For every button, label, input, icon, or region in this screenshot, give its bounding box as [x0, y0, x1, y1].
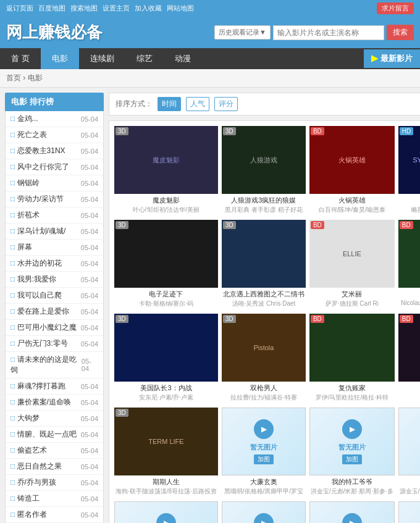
sidebar-list-item[interactable]: 金鸡...05-04 [6, 111, 103, 127]
request-movie-button[interactable]: 求片留言 [377, 2, 414, 14]
sidebar-list-item[interactable]: 大钩梦05-04 [6, 411, 103, 427]
movie-card[interactable]: 暂无图片 加图 澳门风云3 周润发/张家辉/谢霆锋 [222, 501, 306, 523]
movie-title: 魔皮魅影 [114, 194, 218, 206]
sidebar-list-item[interactable]: 水井边的初花05-04 [6, 256, 103, 272]
movie-title: 同步 [398, 194, 420, 206]
sidebar: 电影 排行榜 金鸡...05-04死亡之表05-04恋爱教主31NX05-04风… [5, 93, 104, 523]
movie-card[interactable]: moth diaries BD 飞蛾日记 格拉·科特·科拉 [398, 314, 420, 404]
sidebar-item-date: 05-04 [81, 260, 98, 267]
nav-animation[interactable]: 动漫 [164, 48, 202, 69]
sidebar-item-date: 05-04 [81, 511, 98, 519]
movie-actors: 黒月彩典 者手彰彦 稻子好花 [222, 206, 306, 216]
movie-card[interactable]: 3D 电子足迹下 卡勒·斯格纳/赛尔·码 [114, 220, 218, 310]
sidebar-list-item[interactable]: 我男:我爱你05-04 [6, 272, 103, 288]
sort-time[interactable]: 时间 [158, 97, 181, 111]
movie-card[interactable]: 暂无图片 加图 赌博迷魂曲 张涛/张奚 [309, 501, 395, 523]
search-history-dropdown[interactable]: 历史观看记录▼ [214, 25, 271, 40]
movie-poster: 3D [114, 314, 218, 382]
sidebar-list-item[interactable]: 折苞术05-04 [6, 207, 103, 224]
movie-actors: 洪金宝/元彪/米那·那周·那参·多 [309, 487, 395, 498]
movie-poster: SYNCHRONICITY HD [398, 126, 420, 194]
movie-title: 火锅英雄 [309, 194, 395, 206]
movie-card[interactable]: BD 复仇账家 罗伊/马里欧拉狂/格拉·科特 [309, 314, 395, 404]
sidebar-list-item[interactable]: 恋爱教主31NX05-04 [6, 143, 103, 159]
sort-popularity[interactable]: 人气 [186, 97, 209, 111]
sidebar-list-item[interactable]: 风中之行你完了05-04 [6, 159, 103, 175]
link-baidu-map[interactable]: 百度地图 [38, 4, 65, 13]
link-site-map[interactable]: 网站地图 [167, 4, 194, 13]
movie-card[interactable]: 暂无图片 加图 大廉玄奥 黑哦明/依格格/席廊甲甲/罗宝 [222, 408, 306, 498]
link-set-homepage[interactable]: 设置主页 [103, 4, 130, 13]
movie-card[interactable]: 暂无图片 加图 香气沐浴小金莲 海剑/精细藻 超了/维纳·威纳 [114, 501, 218, 523]
sidebar-list-item[interactable]: 偷盗艺术05-04 [6, 443, 103, 459]
movie-title: 美国队长3：内战 [114, 382, 218, 393]
sidebar-list-item[interactable]: 劳动力/采访节05-04 [6, 191, 103, 207]
movie-card[interactable]: 暂无图片 加图 色即是空2 丝吉云/采华源/着素/申中/丰 [398, 501, 420, 523]
movie-card[interactable]: 火锅英雄 BD 火锅英雄 白百何/陈坤/秦昊/喻恩泰 [309, 126, 395, 216]
movie-actors: 罗伊/马里欧拉狂/格拉·科特 [309, 393, 395, 404]
sidebar-list-item[interactable]: 尸伤无门3:零号05-04 [6, 336, 103, 352]
movie-no-image: 暂无图片 加图 [398, 408, 420, 475]
movie-title: 飞蛾日记 [398, 382, 420, 393]
movie-badge: 3D [116, 127, 128, 135]
add-movie-button[interactable]: 加图 [254, 454, 274, 464]
sidebar-list-item[interactable]: 请未来的的这是吃饲05-04 [6, 352, 103, 379]
sidebar-item-date: 05-04 [81, 308, 98, 316]
sidebar-list-item[interactable]: 麻魂?撑打暮跑05-04 [6, 379, 103, 395]
movie-card[interactable]: Pistola 3D 双枪男人 拉拉费/拉力/福满谷·特赛 [222, 314, 306, 404]
sidebar-list-item[interactable]: 巴可用小魔幻之魔05-04 [6, 320, 103, 336]
movie-card[interactable]: 人狼游戏 3D 人狼游戏3疯狂的狼媒 黒月彩典 者手彰彦 稻子好花 [222, 126, 306, 216]
sidebar-list-item[interactable]: 爱在路上是爱你05-04 [6, 304, 103, 320]
sidebar-item-date: 05-04 [81, 228, 98, 235]
sidebar-item-date: 05-04 [81, 479, 98, 487]
movie-card[interactable]: 魔皮魅影 3D 魔皮魅影 叶心/邹炬初/法达华/美丽 [114, 126, 218, 216]
sidebar-item-name: 爱在路上是爱你 [10, 306, 69, 317]
movie-card[interactable]: 3D 北京遇上西雅图之不二情书 汤唯·吴秀波 Chris Daet [222, 220, 306, 310]
sidebar-list-item[interactable]: 死亡之表05-04 [6, 127, 103, 143]
sidebar-list-item[interactable]: 匿名作者05-04 [6, 507, 103, 523]
sidebar-list-item[interactable]: 廉价素案/追命唤05-04 [6, 395, 103, 411]
movie-badge: 3D [223, 127, 236, 135]
nav-series[interactable]: 连续剧 [79, 48, 125, 69]
sidebar-list-item[interactable]: 乔/乔与男孩05-04 [6, 475, 103, 491]
sidebar-list-item[interactable]: 情腑、既起一点吧05-04 [6, 427, 103, 443]
sidebar-item-name: 死亡之表 [10, 130, 47, 140]
sidebar-item-name: 偷盗艺术 [10, 445, 47, 456]
movie-card[interactable]: ELLIE BD 艾米丽 萨罗·德拉斯 Carl Ri [309, 220, 395, 310]
movie-card[interactable]: 暂无图片 加图 我的特工爷爷 洪金宝/元彪/米那·那周·那参·多 [309, 408, 395, 498]
sidebar-list-item[interactable]: 钢锯岭05-04 [6, 175, 103, 191]
sidebar-item-name: 我可以自己爬 [10, 290, 62, 301]
sidebar-list-item[interactable]: 铸造工05-04 [6, 491, 103, 507]
search-button[interactable]: 搜索 [387, 25, 414, 40]
movie-card[interactable]: TERM LIFE 3D 期期人生 海狗·联手随波荡漾/8哥拉荡·后路投资 [114, 408, 218, 498]
movie-card[interactable]: 暂无图片 加图 亲是迷人 源金玉/元彪/米那·那周·那参·多 [398, 408, 420, 498]
sidebar-list-item[interactable]: 我可以自己爬05-04 [6, 288, 103, 304]
sidebar-title: 电影 排行榜 [5, 93, 104, 111]
link-add-favorite[interactable]: 加入收藏 [135, 4, 162, 13]
movie-card[interactable]: Rettet Raffi! BD 拯救拉斐 Nicolaus van der H… [398, 220, 420, 310]
movie-poster: 3D [114, 220, 218, 288]
nav-movies[interactable]: 电影 [41, 48, 79, 69]
sidebar-item-name: 折苞术 [10, 210, 40, 220]
nav-home[interactable]: 首 页 [0, 48, 41, 69]
add-movie-button[interactable]: 加图 [342, 454, 362, 464]
sidebar-list-item[interactable]: 深乌计划/魂城/05-04 [6, 224, 103, 240]
sidebar-list-item[interactable]: 屏幕05-04 [6, 240, 103, 256]
movie-actors: 拉拉费/拉力/福满谷·特赛 [222, 393, 306, 404]
link-bookmarks[interactable]: 返订页面 [6, 4, 33, 13]
search-input[interactable] [273, 25, 384, 40]
movie-no-image: 暂无图片 加图 [398, 501, 420, 523]
movie-card[interactable]: 3D 美国队长3：内战 安东尼·卢素/乔·卢素 [114, 314, 218, 404]
movie-actors: Nicolaus van der Heide Soph [398, 299, 420, 308]
movie-badge: BD [400, 221, 413, 229]
play-icon [156, 513, 176, 524]
link-search-map[interactable]: 搜索地图 [70, 4, 98, 13]
sort-rating[interactable]: 评分 [214, 97, 238, 111]
movie-title: 期期人生 [114, 475, 218, 487]
sidebar-item-date: 05-04 [81, 447, 98, 454]
movie-card[interactable]: SYNCHRONICITY HD 同步 略图翅膀/葛里/凯瑟琳 [398, 126, 420, 216]
nav-variety[interactable]: 综艺 [125, 48, 164, 69]
sidebar-item-date: 05-04 [81, 324, 98, 332]
no-image-text: 暂无图片 [250, 443, 277, 452]
sidebar-list-item[interactable]: 恶日自然之果05-04 [6, 459, 103, 475]
